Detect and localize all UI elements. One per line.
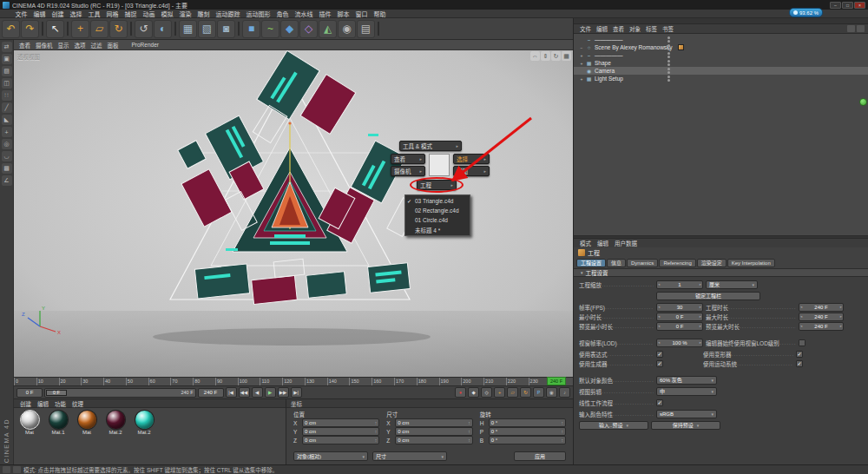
redo-icon[interactable]: ↷: [21, 20, 39, 38]
undo-icon[interactable]: ↶: [2, 20, 20, 38]
timeline-range-slider[interactable]: 0 F 240 F: [44, 388, 196, 398]
object-manager-menu-item[interactable]: 文件: [577, 24, 594, 33]
last-tool-icon[interactable]: ↺: [135, 20, 153, 38]
attribute-tab[interactable]: 渲染设定: [697, 259, 727, 267]
numeric-input[interactable]: 0 F: [656, 322, 703, 331]
viewport-menu-item[interactable]: 显示: [56, 41, 72, 49]
prev-key-button[interactable]: ◀◀: [239, 387, 250, 398]
model-mode-icon[interactable]: ▣: [2, 54, 12, 64]
menu-item[interactable]: 动画: [140, 10, 158, 18]
menu-item[interactable]: 运动图形: [243, 10, 273, 18]
mograph-icon[interactable]: ◆: [280, 20, 299, 38]
menu-item[interactable]: 运动跟踪: [213, 10, 243, 18]
render-settings-icon[interactable]: ◙: [217, 20, 235, 38]
record-pla-button[interactable]: ◉: [546, 387, 557, 398]
default-object-color-dropdown[interactable]: 60% 灰色: [656, 376, 717, 385]
popup-project-item[interactable]: 工程: [417, 180, 457, 190]
numeric-input[interactable]: 240 F: [799, 303, 844, 312]
edges-mode-icon[interactable]: ╱: [2, 102, 12, 113]
lod-input[interactable]: 100 %: [656, 339, 703, 347]
rotate-icon[interactable]: ↻: [109, 20, 128, 38]
rotation-input[interactable]: 0 °: [489, 436, 566, 444]
coordinate-system-icon[interactable]: ◐: [154, 20, 172, 38]
attribute-menu-item[interactable]: 模式: [577, 239, 594, 247]
camera-icon[interactable]: ◉: [338, 20, 356, 38]
object-manager-menu-item[interactable]: 书签: [660, 24, 676, 33]
record-rotation-button[interactable]: ↻: [520, 387, 531, 398]
autokeying-button[interactable]: ◆: [468, 387, 479, 398]
object-row[interactable]: ~ —————: [574, 36, 868, 43]
checkbox[interactable]: [656, 351, 663, 358]
popup-submenu-item[interactable]: 03 Triangle.c4d: [405, 196, 470, 206]
size-group-title[interactable]: 尺寸: [386, 410, 472, 418]
profile-preset-button[interactable]: 保持预设: [651, 421, 720, 430]
snap-icon[interactable]: ◡: [2, 151, 12, 161]
filter-icon[interactable]: [857, 25, 865, 32]
material-menu-item[interactable]: 功能: [52, 399, 69, 408]
deformer-icon[interactable]: ◇: [299, 20, 318, 38]
visibility-dots[interactable]: [667, 76, 670, 82]
attribute-menu-item[interactable]: 编辑: [595, 239, 611, 247]
size-input[interactable]: 0 cm: [395, 418, 472, 427]
object-manager-menu-item[interactable]: 查看: [610, 24, 627, 33]
maximize-button[interactable]: □: [842, 2, 853, 9]
quantize-icon[interactable]: ∠: [2, 175, 12, 186]
record-parameter-button[interactable]: P: [533, 387, 544, 398]
object-manager-menu-item[interactable]: 编辑: [594, 24, 610, 33]
material-item[interactable]: Mat.1: [45, 411, 71, 435]
expand-icon[interactable]: +: [578, 61, 585, 66]
toolbar-icon[interactable]: [238, 22, 240, 36]
object-manager-menu-item[interactable]: 对象: [627, 24, 643, 33]
expand-icon[interactable]: +: [578, 76, 585, 82]
menu-item[interactable]: 帮助: [371, 10, 389, 18]
viewport-menu-item[interactable]: 过滤: [89, 41, 105, 49]
checkbox[interactable]: [796, 360, 803, 367]
rotation-input[interactable]: 0 °: [489, 427, 566, 436]
menu-item[interactable]: 编辑: [30, 10, 49, 18]
project-scale-input[interactable]: 1: [656, 280, 703, 289]
prev-frame-button[interactable]: ◀: [252, 387, 263, 398]
numeric-input[interactable]: 240 F: [799, 322, 844, 331]
object-row[interactable]: + ~ —————: [574, 51, 868, 59]
project-scale-unit-dropdown[interactable]: 厘米: [706, 280, 758, 289]
minimize-button[interactable]: –: [830, 2, 841, 9]
viewport-menu-item[interactable]: 面板: [105, 41, 122, 49]
texture-tag-icon[interactable]: [678, 44, 684, 50]
menu-item[interactable]: 文件: [12, 10, 30, 18]
menu-item[interactable]: 模拟: [158, 10, 176, 18]
settings-group-header[interactable]: 工程设置: [574, 268, 868, 277]
texture-mode-icon[interactable]: ▨: [2, 66, 12, 76]
menu-item[interactable]: 插件: [316, 10, 334, 18]
menu-item[interactable]: 窗口: [352, 10, 371, 18]
checkbox[interactable]: [656, 360, 663, 367]
make-editable-icon[interactable]: ⇄: [2, 42, 12, 52]
position-input[interactable]: 0 cm: [302, 436, 379, 444]
enable-axis-icon[interactable]: +: [2, 127, 12, 137]
menu-item[interactable]: 角色: [273, 10, 292, 18]
viewport-menu-prorender[interactable]: ProRender: [129, 42, 161, 48]
live-selection-icon[interactable]: ↖: [46, 20, 64, 38]
menu-item[interactable]: 选择: [67, 10, 85, 18]
viewport-solo-icon[interactable]: ◎: [2, 139, 12, 149]
position-input[interactable]: 0 cm: [302, 418, 379, 427]
close-button[interactable]: ×: [854, 2, 865, 9]
layout-icon[interactable]: [847, 25, 855, 32]
object-row[interactable]: + ▦ Shape: [574, 59, 868, 67]
sound-button[interactable]: ♪: [559, 387, 570, 398]
attribute-tab[interactable]: Dynamics: [627, 259, 658, 267]
attribute-tab[interactable]: 工程设置: [576, 259, 606, 267]
play-button[interactable]: ▶: [265, 387, 276, 398]
material-menu-item[interactable]: 纹理: [69, 399, 86, 408]
keyframe-selection-button[interactable]: ◇: [481, 387, 492, 398]
viewport-menu-item[interactable]: 摄像机: [33, 41, 56, 49]
material-menu-item[interactable]: 编辑: [35, 399, 51, 408]
visibility-dots[interactable]: [667, 68, 670, 74]
attribute-tab[interactable]: Referencing: [659, 259, 695, 267]
object-row[interactable]: + ▦ Light Setup: [574, 75, 868, 82]
menu-item[interactable]: 创建: [49, 10, 67, 18]
expand-icon[interactable]: −: [578, 45, 585, 50]
menu-item[interactable]: 网格: [103, 10, 122, 18]
rotation-group-title[interactable]: 旋转: [480, 410, 566, 418]
rotation-input[interactable]: 0 °: [489, 418, 566, 427]
visibility-dots[interactable]: [667, 36, 670, 43]
